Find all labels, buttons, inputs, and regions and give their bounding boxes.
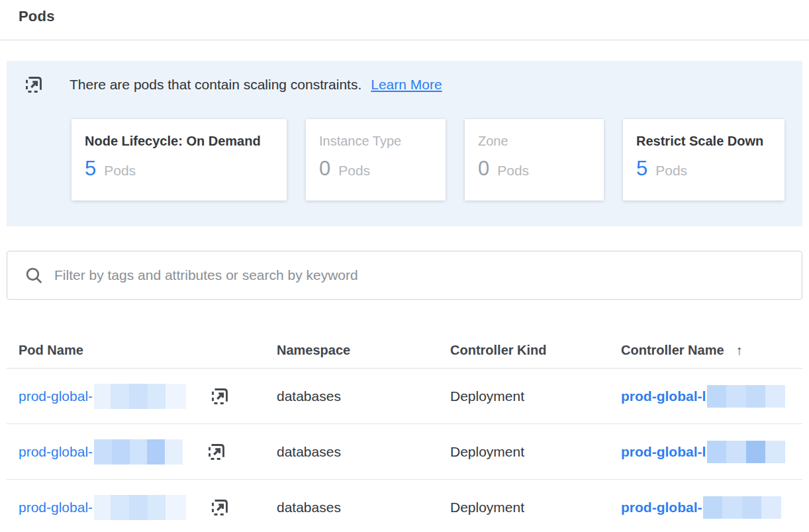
pod-name-cell: prod-global-: [19, 384, 277, 409]
scale-out-icon[interactable]: [210, 386, 230, 406]
redacted-pod-name: [94, 384, 186, 409]
banner-head: There are pods that contain scaling cons…: [24, 75, 785, 95]
pod-name-text: prod-global-: [19, 500, 93, 515]
card-unit: Pods: [497, 163, 529, 179]
table-row: prod-global- databases Deployment prod-g…: [7, 424, 802, 480]
controller-name-text: prod-global-l: [621, 444, 706, 460]
pod-name-text: prod-global-: [19, 388, 93, 404]
controller-name-text: prod-global-: [621, 500, 702, 515]
column-header-pod-name[interactable]: Pod Name: [19, 343, 277, 358]
pod-name-cell: prod-global-: [19, 495, 277, 520]
table-row: prod-global- databases Deployment prod-g…: [7, 480, 802, 532]
scale-out-icon[interactable]: [207, 442, 226, 462]
card-count: 5: [85, 157, 96, 181]
namespace-cell: databases: [277, 444, 450, 460]
pod-name-cell: prod-global-: [19, 439, 277, 465]
card-countline: 5 Pods: [85, 157, 273, 181]
scale-out-icon[interactable]: [210, 498, 230, 517]
controller-name-text: prod-global-l: [621, 388, 706, 404]
controller-kind-cell: Deployment: [450, 388, 621, 404]
card-node-lifecycle[interactable]: Node Lifecycle: On Demand 5 Pods: [71, 119, 287, 200]
redacted-controller-name: [707, 441, 785, 463]
redacted-pod-name: [94, 439, 183, 465]
column-header-controller-name[interactable]: Controller Name ↑: [621, 343, 802, 358]
filter-input[interactable]: [54, 267, 788, 283]
scale-out-icon: [24, 75, 44, 95]
sort-ascending-icon: ↑: [736, 343, 743, 358]
card-label: Instance Type: [319, 134, 432, 149]
redacted-controller-name: [707, 385, 785, 408]
card-label: Restrict Scale Down: [636, 134, 771, 149]
learn-more-link[interactable]: Learn More: [371, 77, 442, 93]
namespace-cell: databases: [277, 500, 450, 515]
table-row: prod-global- databases Deployment prod-g…: [7, 369, 802, 424]
controller-name-cell: prod-global-l: [621, 385, 802, 408]
controller-kind-cell: Deployment: [450, 444, 621, 460]
card-unit: Pods: [655, 163, 687, 179]
card-unit: Pods: [104, 163, 136, 179]
pods-table: Pod Name Namespace Controller Kind Contr…: [7, 333, 802, 532]
page-title: Pods: [19, 8, 809, 25]
column-header-namespace[interactable]: Namespace: [277, 343, 450, 358]
banner-message: There are pods that contain scaling cons…: [70, 77, 361, 93]
card-count: 0: [478, 157, 489, 181]
controller-name-cell: prod-global-l: [621, 441, 802, 463]
card-restrict-scale-down[interactable]: Restrict Scale Down 5 Pods: [623, 119, 785, 200]
card-label: Zone: [478, 134, 591, 149]
pod-name-link[interactable]: prod-global-: [19, 384, 186, 409]
page-header: Pods: [0, 0, 809, 40]
pod-name-link[interactable]: prod-global-: [19, 439, 183, 465]
card-count: 0: [319, 157, 330, 181]
card-unit: Pods: [338, 163, 370, 179]
controller-name-cell: prod-global-: [621, 496, 802, 519]
controller-kind-cell: Deployment: [450, 500, 621, 515]
column-header-controller-kind[interactable]: Controller Kind: [450, 343, 621, 358]
card-countline: 0 Pods: [478, 157, 591, 181]
card-zone[interactable]: Zone 0 Pods: [465, 119, 604, 200]
redacted-pod-name: [94, 495, 186, 520]
card-countline: 5 Pods: [636, 157, 771, 181]
table-header: Pod Name Namespace Controller Kind Contr…: [7, 333, 802, 369]
search-icon: [24, 266, 44, 285]
pod-name-link[interactable]: prod-global-: [19, 495, 186, 520]
constraint-cards: Node Lifecycle: On Demand 5 Pods Instanc…: [71, 119, 785, 200]
column-header-label: Controller Name: [621, 343, 724, 358]
controller-name-link[interactable]: prod-global-l: [621, 385, 785, 408]
filter-bar: [7, 251, 802, 300]
controller-name-link[interactable]: prod-global-: [621, 496, 781, 519]
card-countline: 0 Pods: [319, 157, 432, 181]
pod-name-text: prod-global-: [19, 444, 93, 460]
namespace-cell: databases: [277, 388, 450, 404]
redacted-controller-name: [703, 496, 781, 519]
controller-name-link[interactable]: prod-global-l: [621, 441, 785, 463]
card-label: Node Lifecycle: On Demand: [85, 134, 273, 149]
card-instance-type[interactable]: Instance Type 0 Pods: [306, 119, 446, 200]
card-count: 5: [636, 157, 647, 181]
scaling-constraints-banner: There are pods that contain scaling cons…: [7, 61, 802, 226]
